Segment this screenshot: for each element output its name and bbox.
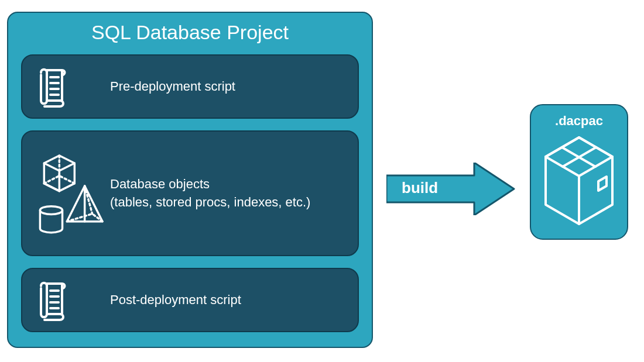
build-arrow-label: build bbox=[402, 179, 438, 197]
project-title: SQL Database Project bbox=[21, 21, 359, 44]
pre-deployment-section: Pre-deployment script bbox=[21, 54, 359, 119]
dacpac-label: .dacpac bbox=[555, 113, 603, 129]
database-objects-section: Database objects (tables, stored procs, … bbox=[21, 130, 359, 256]
svg-marker-27 bbox=[598, 177, 607, 191]
package-icon bbox=[541, 135, 617, 230]
shapes-icon bbox=[34, 144, 110, 243]
svg-rect-15 bbox=[47, 284, 62, 314]
post-deployment-label: Post-deployment script bbox=[110, 291, 241, 309]
svg-line-7 bbox=[44, 183, 59, 191]
sql-project-container: SQL Database Project Pre- bbox=[7, 12, 373, 348]
dacpac-output: .dacpac bbox=[530, 104, 628, 240]
database-objects-label-line1: Database objects bbox=[110, 175, 310, 194]
svg-point-14 bbox=[40, 206, 62, 214]
diagram-canvas: SQL Database Project Pre- bbox=[0, 0, 644, 362]
post-deployment-section: Post-deployment script bbox=[21, 268, 359, 332]
pre-deployment-label: Pre-deployment script bbox=[110, 78, 235, 96]
database-objects-label-line2: (tables, stored procs, indexes, etc.) bbox=[110, 194, 310, 212]
script-icon bbox=[34, 279, 110, 321]
build-arrow: build bbox=[386, 163, 515, 215]
svg-rect-0 bbox=[47, 70, 62, 101]
database-objects-label: Database objects (tables, stored procs, … bbox=[110, 175, 310, 212]
script-icon bbox=[34, 65, 110, 108]
